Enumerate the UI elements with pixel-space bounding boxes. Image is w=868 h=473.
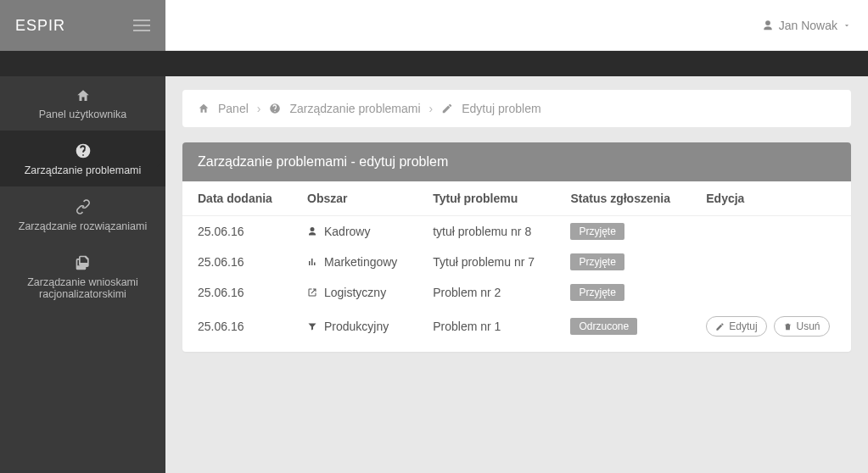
cell-title: Tytuł problemu nr 7 (417, 247, 555, 277)
chevron-down-icon (843, 21, 851, 30)
nav-item-proposals[interactable]: Zarządzanie wnioskami racjonalizatorskim… (0, 242, 165, 310)
status-badge: Przyjęte (570, 253, 624, 270)
hamburger-icon[interactable] (133, 19, 150, 31)
table-row: 25.06.16 Logistyczny Problem nr 2 Przyję… (182, 277, 851, 308)
bars-icon (307, 257, 317, 267)
status-badge: Przyjęte (570, 223, 624, 240)
person-icon (307, 226, 317, 236)
main: Jan Nowak Panel › Zarządzanie problemami… (165, 0, 868, 473)
cell-actions (691, 247, 851, 277)
brand: ESPIR (15, 17, 65, 35)
cell-actions (691, 216, 851, 248)
cell-area-label: Marketingowy (324, 255, 397, 269)
col-status: Status zgłoszenia (555, 181, 691, 216)
cell-status: Przyjęte (555, 216, 691, 248)
cell-date: 25.06.16 (182, 277, 292, 308)
delete-button[interactable]: Usuń (774, 316, 830, 337)
nav-label: Zarządzanie problemami (25, 164, 142, 176)
cell-status: Odrzucone (555, 308, 691, 352)
cell-area: Marketingowy (292, 247, 417, 277)
cell-date: 25.06.16 (182, 308, 292, 352)
home-icon (198, 103, 210, 114)
cell-area: Produkcyjny (292, 308, 417, 352)
cell-actions (691, 277, 851, 308)
cell-title: Problem nr 1 (417, 308, 555, 352)
content: Panel › Zarządzanie problemami › Edytuj … (165, 76, 868, 365)
delete-label: Usuń (797, 320, 820, 332)
topbar: Jan Nowak (165, 0, 868, 51)
trash-icon (783, 322, 792, 331)
link-icon (75, 198, 92, 215)
nav-label: Zarządzanie wnioskami racjonalizatorskim… (27, 276, 138, 300)
cell-date: 25.06.16 (182, 216, 292, 248)
question-icon (75, 142, 92, 159)
status-badge: Odrzucone (570, 318, 637, 335)
user-icon (762, 19, 774, 31)
col-area: Obszar (292, 181, 417, 216)
cell-title: tytuł problemu nr 8 (417, 216, 555, 248)
nav-item-solutions[interactable]: Zarządzanie rozwiązaniami (0, 186, 165, 242)
table-row: 25.06.16 Kadrowy tytuł problemu nr 8 Prz… (182, 216, 851, 248)
home-icon (75, 88, 92, 103)
panel-title: Zarządzanie problemami - edytuj problem (182, 142, 851, 181)
col-title: Tytuł problemu (417, 181, 555, 216)
files-icon (75, 254, 92, 271)
problems-table: Data dodania Obszar Tytuł problemu Statu… (182, 181, 851, 352)
filter-icon (307, 321, 317, 331)
cell-status: Przyjęte (555, 277, 691, 308)
cell-actions: Edytuj Usuń (691, 308, 851, 352)
table-row: 25.06.16 Produkcyjny Problem nr 1 Odrzuc… (182, 308, 851, 352)
cell-status: Przyjęte (555, 247, 691, 277)
sidebar-top: ESPIR (0, 0, 165, 51)
nav-label: Zarządzanie rozwiązaniami (19, 220, 147, 232)
cell-area-label: Logistyczny (324, 286, 386, 299)
question-icon (269, 103, 281, 114)
pencil-icon (441, 103, 453, 114)
cell-area-label: Kadrowy (324, 225, 370, 238)
chevron-right-icon: › (429, 102, 434, 115)
edit-label: Edytuj (729, 320, 757, 332)
nav-item-problems[interactable]: Zarządzanie problemami (0, 131, 165, 186)
chevron-right-icon: › (257, 102, 261, 115)
topbar-dark-strip (165, 51, 868, 76)
cell-date: 25.06.16 (182, 247, 292, 277)
cell-title: Problem nr 2 (417, 277, 555, 308)
cell-area-label: Produkcyjny (324, 320, 389, 333)
sidebar-dark-strip (0, 51, 165, 76)
panel: Zarządzanie problemami - edytuj problem … (182, 142, 851, 352)
breadcrumb: Panel › Zarządzanie problemami › Edytuj … (182, 90, 851, 127)
col-date: Data dodania (182, 181, 292, 216)
pencil-icon (715, 322, 725, 331)
breadcrumb-item[interactable]: Zarządzanie problemami (289, 102, 420, 115)
share-icon (307, 287, 317, 298)
col-edit: Edycja (691, 181, 851, 216)
breadcrumb-item[interactable]: Panel (218, 102, 249, 115)
nav-item-panel[interactable]: Panel użytkownika (0, 76, 165, 131)
cell-area: Kadrowy (292, 216, 417, 248)
nav: Panel użytkownika Zarządzanie problemami… (0, 76, 165, 310)
cell-area: Logistyczny (292, 277, 417, 308)
nav-label: Panel użytkownika (39, 109, 127, 120)
edit-button[interactable]: Edytuj (706, 316, 766, 337)
breadcrumb-item: Edytuj problem (462, 102, 540, 115)
table-row: 25.06.16 Marketingowy Tytuł problemu nr … (182, 247, 851, 277)
status-badge: Przyjęte (570, 284, 624, 301)
user-menu[interactable]: Jan Nowak (762, 19, 851, 32)
user-name: Jan Nowak (779, 19, 837, 32)
sidebar: ESPIR Panel użytkownika Zarządzanie prob… (0, 0, 165, 473)
